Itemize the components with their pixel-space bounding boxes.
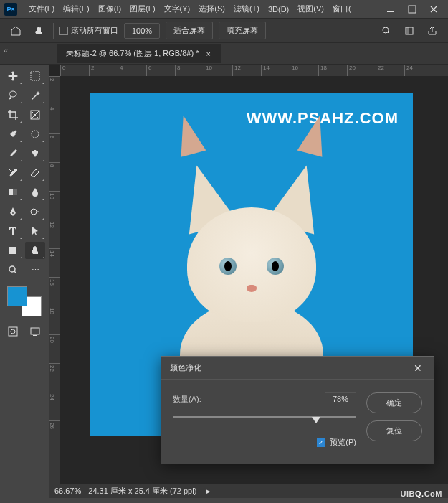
scroll-all-windows-option[interactable]: 滚动所有窗口 [59, 25, 118, 36]
dialog-title: 颜色净化 [170, 362, 201, 373]
hand-tool-icon[interactable] [30, 22, 47, 39]
close-button[interactable] [424, 3, 444, 16]
menu-view[interactable]: 视图(V) [293, 4, 328, 14]
svg-rect-12 [9, 247, 16, 254]
menu-3d[interactable]: 3D(D) [264, 5, 293, 14]
dodge-tool[interactable] [25, 203, 45, 220]
foreground-color-swatch[interactable] [7, 286, 27, 306]
svg-rect-10 [9, 189, 13, 195]
app-logo: Ps [4, 3, 17, 16]
status-chevron-icon[interactable]: ▸ [206, 486, 211, 496]
ruler-horizontal[interactable]: 024681012141618202224 [60, 65, 448, 76]
ruler-vertical[interactable]: 2468101214161820222426 [49, 76, 60, 484]
amount-label: 数量(A): [173, 394, 237, 405]
pen-tool[interactable] [3, 203, 23, 220]
move-tool[interactable] [3, 67, 23, 85]
svg-rect-17 [33, 335, 37, 336]
minimize-button[interactable] [381, 3, 401, 16]
menu-filter[interactable]: 滤镜(T) [229, 4, 264, 14]
fit-screen-button[interactable]: 适合屏幕 [166, 22, 213, 39]
status-bar: 66.67% 24.31 厘米 x 25.4 厘米 (72 ppi) ▸ [49, 484, 448, 498]
status-zoom[interactable]: 66.67% [54, 486, 81, 495]
svg-point-11 [31, 209, 37, 215]
quick-mask-toggle[interactable] [3, 323, 23, 340]
svg-rect-0 [387, 11, 394, 12]
fill-screen-button[interactable]: 填充屏幕 [219, 22, 266, 39]
tools-panel: ⋯ [0, 65, 49, 498]
menu-bar: Ps 文件(F) 编辑(E) 图像(I) 图层(L) 文字(Y) 选择(S) 滤… [0, 0, 448, 19]
tab-close-icon[interactable]: × [204, 50, 211, 58]
dialog-titlebar[interactable]: 颜色净化 ✕ [161, 357, 434, 380]
menu-edit[interactable]: 编辑(E) [59, 4, 94, 14]
magic-wand-tool[interactable] [25, 87, 45, 104]
history-brush-tool[interactable] [3, 164, 23, 182]
menu-type[interactable]: 文字(Y) [160, 4, 195, 14]
more-tools[interactable]: ⋯ [25, 261, 45, 278]
page-watermark: UiBQ.CoM [401, 486, 442, 500]
svg-point-15 [11, 329, 15, 334]
gradient-tool[interactable] [3, 184, 23, 201]
collapse-panel-icon[interactable]: « [4, 46, 14, 56]
menu-file[interactable]: 文件(F) [24, 4, 59, 14]
document-tabs: 未标题-2 @ 66.7% (图层 1, RGB/8#) * × [0, 43, 448, 65]
frame-tool[interactable] [25, 106, 45, 123]
svg-rect-5 [31, 72, 39, 80]
maximize-button[interactable] [402, 3, 422, 16]
status-doc-info[interactable]: 24.31 厘米 x 25.4 厘米 (72 ppi) [88, 486, 196, 497]
document-tab[interactable]: 未标题-2 @ 66.7% (图层 1, RGB/8#) * × [57, 44, 221, 63]
blur-tool[interactable] [25, 184, 45, 201]
home-icon[interactable] [7, 22, 24, 39]
slider-thumb[interactable] [312, 417, 320, 423]
screen-mode-toggle[interactable] [25, 323, 45, 340]
zoom-100-button[interactable]: 100% [124, 23, 160, 39]
dialog-close-button[interactable]: ✕ [411, 362, 425, 374]
workspace-icon[interactable] [401, 22, 418, 39]
patch-tool[interactable] [25, 126, 45, 143]
amount-slider[interactable] [173, 411, 356, 423]
svg-point-8 [32, 131, 39, 138]
svg-rect-14 [9, 327, 17, 336]
color-purification-dialog: 颜色净化 ✕ 数量(A): 78% ✓ [161, 356, 434, 464]
crop-tool[interactable] [3, 106, 23, 123]
canvas-stage[interactable]: WWW.PSAHZ.COM 颜色净化 ✕ [60, 76, 448, 484]
type-tool[interactable] [3, 222, 23, 240]
canvas-area: 024681012141618202224 246810121416182022… [49, 65, 448, 498]
search-icon[interactable] [378, 22, 395, 39]
menu-select[interactable]: 选择(S) [194, 4, 229, 14]
clone-stamp-tool[interactable] [25, 145, 45, 162]
share-icon[interactable] [424, 22, 441, 39]
preview-label[interactable]: 预览(P) [330, 437, 356, 448]
menu-layer[interactable]: 图层(L) [125, 4, 159, 14]
ok-button[interactable]: 确定 [366, 392, 422, 413]
menu-window[interactable]: 窗口( [328, 4, 356, 14]
amount-value[interactable]: 78% [325, 392, 356, 405]
eraser-tool[interactable] [25, 164, 45, 182]
color-swatches[interactable] [6, 286, 43, 315]
reset-button[interactable]: 复位 [366, 420, 422, 441]
svg-rect-16 [31, 328, 39, 334]
svg-point-6 [9, 91, 16, 97]
zoom-tool[interactable] [3, 261, 23, 278]
hand-tool[interactable] [25, 242, 45, 259]
path-selection-tool[interactable] [25, 222, 45, 240]
svg-rect-4 [406, 27, 409, 34]
preview-checkbox[interactable]: ✓ [317, 438, 325, 447]
svg-point-13 [9, 266, 15, 272]
brush-tool[interactable] [3, 145, 23, 162]
menu-image[interactable]: 图像(I) [94, 4, 125, 14]
document-tab-title: 未标题-2 @ 66.7% (图层 1, RGB/8#) * [66, 48, 199, 59]
shape-tool[interactable] [3, 242, 23, 259]
options-bar: 滚动所有窗口 100% 适合屏幕 填充屏幕 [0, 19, 448, 43]
eyedropper-tool[interactable] [3, 126, 23, 143]
svg-rect-1 [409, 6, 416, 13]
marquee-tool[interactable] [25, 67, 45, 85]
svg-point-2 [383, 27, 389, 33]
lasso-tool[interactable] [3, 87, 23, 104]
